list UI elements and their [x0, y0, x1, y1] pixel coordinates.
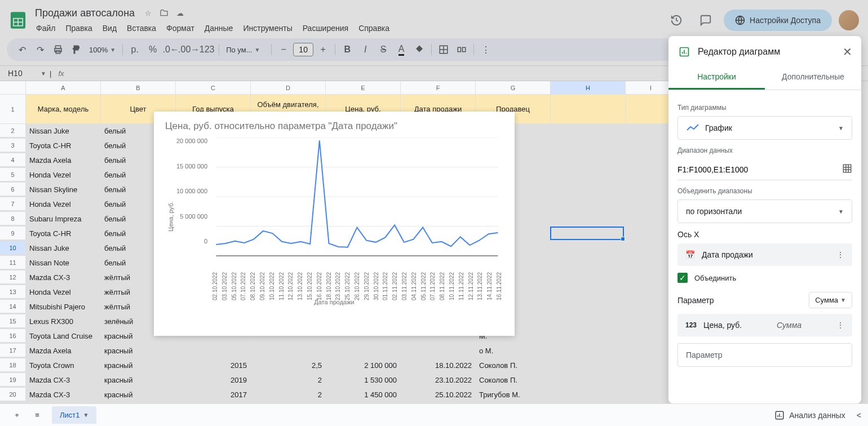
bold-button[interactable]: B — [339, 41, 356, 58]
data-cell[interactable]: красный — [101, 373, 176, 388]
data-cell[interactable] — [551, 183, 626, 197]
cloud-icon[interactable]: ☁ — [174, 7, 185, 19]
print-button[interactable] — [50, 41, 67, 58]
row-header[interactable]: 18 — [0, 358, 26, 372]
data-cell[interactable] — [551, 227, 626, 241]
menu-edit[interactable]: Правка — [61, 21, 96, 35]
font-size-input[interactable] — [293, 43, 313, 56]
data-cell[interactable] — [551, 300, 626, 314]
data-cell[interactable]: Mazda Axela — [26, 153, 101, 168]
menu-data[interactable]: Данные — [200, 21, 238, 35]
data-cell[interactable]: 25.10.2022 — [401, 388, 476, 402]
menu-format[interactable]: Формат — [162, 21, 199, 35]
decrease-font-button[interactable]: − — [275, 41, 292, 58]
text-color-button[interactable]: A — [393, 41, 410, 58]
row-header[interactable]: 2 — [0, 124, 26, 137]
chip-menu-icon[interactable]: ⋮ — [836, 250, 844, 259]
user-avatar[interactable] — [839, 10, 859, 30]
data-cell[interactable] — [401, 344, 476, 358]
merge-button[interactable] — [453, 41, 470, 58]
row-header[interactable]: 12 — [0, 270, 26, 284]
row-header[interactable]: 8 — [0, 212, 26, 225]
data-cell[interactable] — [551, 212, 626, 227]
menu-extensions[interactable]: Расширения — [298, 21, 353, 35]
strikethrough-button[interactable]: S — [375, 41, 392, 58]
data-cell[interactable]: 2,5 — [251, 358, 326, 373]
header-cell[interactable]: Марка, модель — [26, 95, 101, 124]
add-series-chip[interactable]: Параметр — [677, 343, 852, 367]
data-cell[interactable]: Honda Vezel — [26, 197, 101, 212]
data-range-input[interactable] — [677, 165, 842, 174]
more-formats-button[interactable]: 123 — [198, 41, 215, 58]
tab-setup[interactable]: Настройки — [668, 65, 765, 90]
xaxis-field-chip[interactable]: 📅 Дата продажи ⋮ — [677, 243, 852, 266]
data-cell[interactable]: Subaru Impreza — [26, 212, 101, 227]
column-header[interactable]: B — [101, 81, 176, 95]
data-cell[interactable] — [551, 241, 626, 256]
comment-icon[interactable] — [694, 9, 717, 32]
series-field-chip[interactable]: 123 Цена, руб. Сумма ⋮ — [677, 314, 852, 336]
share-button[interactable]: Настройки Доступа — [724, 10, 832, 31]
redo-button[interactable]: ↷ — [32, 41, 48, 58]
select-range-icon[interactable] — [842, 163, 852, 175]
data-cell[interactable] — [551, 314, 626, 329]
data-cell[interactable]: 2 — [251, 388, 326, 402]
data-cell[interactable]: 1 530 000 — [326, 373, 401, 388]
sheet-tab-1[interactable]: Лист1▼ — [52, 406, 96, 424]
aggregate-select[interactable]: Сумма▼ — [809, 292, 852, 308]
font-select[interactable]: По ум...▼ — [223, 46, 268, 54]
increase-font-button[interactable]: + — [315, 41, 331, 58]
data-cell[interactable]: Honda Vezel — [26, 285, 101, 300]
data-cell[interactable]: Mazda CX-3 — [26, 388, 101, 402]
data-cell[interactable]: Соколов П. — [476, 373, 551, 388]
increase-decimal-button[interactable]: .00→ — [180, 41, 197, 58]
data-cell[interactable]: 2019 — [176, 373, 251, 388]
data-cell[interactable] — [326, 344, 401, 358]
data-cell[interactable] — [551, 344, 626, 358]
document-title[interactable]: Продажи автосалона — [32, 6, 138, 20]
data-cell[interactable]: Honda Vezel — [26, 168, 101, 183]
close-panel-button[interactable]: ✕ — [843, 45, 852, 59]
data-cell[interactable] — [551, 197, 626, 212]
fill-color-button[interactable] — [411, 41, 428, 58]
column-header[interactable]: G — [476, 81, 551, 95]
data-cell[interactable]: 2017 — [176, 388, 251, 402]
data-cell[interactable] — [551, 373, 626, 388]
data-cell[interactable]: Nissan Juke — [26, 124, 101, 139]
row-header[interactable]: 16 — [0, 329, 26, 343]
row-header[interactable]: 11 — [0, 256, 26, 269]
borders-button[interactable] — [435, 41, 452, 58]
chip-menu-icon[interactable]: ⋮ — [836, 321, 844, 330]
data-cell[interactable]: 2 — [251, 373, 326, 388]
data-cell[interactable]: Mitsubishi Pajero — [26, 300, 101, 314]
decrease-decimal-button[interactable]: .0← — [162, 41, 179, 58]
row-header[interactable]: 9 — [0, 227, 26, 240]
data-cell[interactable] — [551, 358, 626, 373]
data-cell[interactable] — [551, 168, 626, 183]
data-cell[interactable]: 23.10.2022 — [401, 373, 476, 388]
data-cell[interactable] — [251, 344, 326, 358]
data-cell[interactable]: красный — [101, 344, 176, 358]
name-box[interactable]: H10▼ — [5, 68, 50, 79]
tab-customize[interactable]: Дополнительные — [765, 65, 861, 90]
menu-insert[interactable]: Вставка — [122, 21, 161, 35]
column-header[interactable]: E — [326, 81, 401, 95]
data-cell[interactable]: Lexus RX300 — [26, 314, 101, 329]
row-header[interactable]: 15 — [0, 314, 26, 328]
row-header[interactable]: 7 — [0, 197, 26, 211]
data-cell[interactable]: 2 100 000 — [326, 358, 401, 373]
combine-checkbox[interactable]: ✓ — [677, 273, 688, 283]
data-cell[interactable]: Тригубов М. — [476, 388, 551, 402]
percent-button[interactable]: % — [144, 41, 161, 58]
data-cell[interactable] — [551, 329, 626, 344]
all-sheets-button[interactable]: ≡ — [27, 405, 47, 425]
data-cell[interactable]: Nissan Skyline — [26, 183, 101, 197]
add-sheet-button[interactable]: + — [7, 405, 27, 425]
data-cell[interactable]: Nissan Juke — [26, 241, 101, 256]
data-cell[interactable]: Toyota Land Cruise — [26, 329, 101, 344]
row-header[interactable]: 19 — [0, 373, 26, 387]
column-header[interactable]: H — [551, 81, 626, 95]
row-header[interactable]: 13 — [0, 285, 26, 299]
currency-button[interactable]: р. — [126, 41, 143, 58]
data-cell[interactable] — [551, 153, 626, 168]
